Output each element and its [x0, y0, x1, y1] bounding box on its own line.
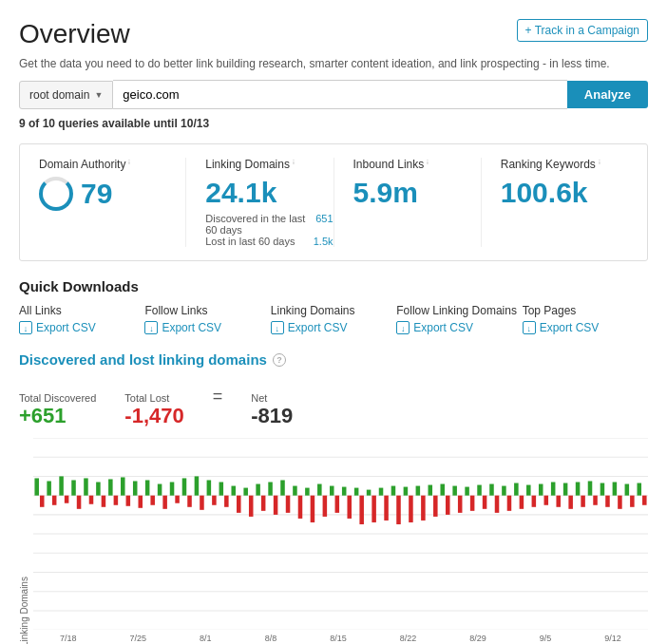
- svg-rect-79: [384, 496, 389, 521]
- svg-rect-66: [305, 488, 310, 496]
- svg-rect-80: [391, 486, 396, 496]
- chart-area: 6040200-20-40-60-80-100-120-140 7/187/25…: [33, 438, 648, 644]
- svg-rect-91: [458, 496, 463, 513]
- svg-rect-117: [618, 496, 622, 509]
- chart-title: Discovered and lost linking domains: [19, 351, 267, 368]
- download-label: Top Pages: [523, 304, 648, 317]
- svg-rect-120: [637, 483, 641, 496]
- svg-rect-30: [84, 478, 88, 495]
- download-item: Follow Linking Domains ↓ Export CSV: [396, 304, 522, 334]
- svg-rect-31: [89, 496, 94, 504]
- download-label: Linking Domains: [271, 304, 396, 317]
- x-axis-label: 8/8: [265, 634, 277, 643]
- download-icon: ↓: [523, 321, 536, 334]
- download-label: All Links: [19, 304, 144, 317]
- x-axis-label: 9/5: [540, 634, 552, 643]
- linking-domains-sub2-label: Lost in last 60 days: [205, 236, 295, 247]
- svg-rect-106: [551, 483, 556, 496]
- svg-rect-116: [613, 483, 618, 496]
- svg-rect-111: [581, 496, 585, 507]
- chart-container: Linking Domains 6040200-20-40-60-80-100-…: [19, 438, 648, 644]
- svg-rect-34: [108, 479, 113, 495]
- linking-domains-info-icon[interactable]: ⁱ: [293, 159, 295, 171]
- svg-rect-33: [102, 496, 106, 507]
- svg-rect-47: [187, 496, 192, 507]
- domain-authority-info-icon[interactable]: ⁱ: [128, 159, 130, 171]
- domain-type-dropdown[interactable]: root domain ▼: [19, 81, 113, 109]
- export-label: Export CSV: [288, 321, 348, 334]
- svg-rect-45: [175, 496, 180, 503]
- domain-authority-label: Domain Authority: [39, 158, 125, 171]
- svg-rect-53: [224, 496, 229, 507]
- download-item: Top Pages ↓ Export CSV: [523, 304, 648, 334]
- svg-rect-100: [514, 483, 519, 496]
- total-discovered-value: +651: [19, 404, 96, 428]
- svg-rect-26: [59, 476, 64, 495]
- track-campaign-link[interactable]: Track in a Campaign: [517, 19, 648, 42]
- linking-domains-sub1-value: 651: [315, 213, 333, 236]
- svg-rect-50: [207, 480, 212, 495]
- svg-rect-114: [600, 483, 605, 496]
- domain-authority-value: 79: [81, 178, 112, 210]
- export-csv-link[interactable]: ↓ Export CSV: [271, 321, 396, 334]
- chart-svg: 6040200-20-40-60-80-100-120-140: [33, 438, 648, 630]
- svg-rect-41: [150, 496, 155, 505]
- svg-rect-36: [121, 477, 125, 495]
- equals-sign: =: [213, 373, 223, 407]
- export-csv-link[interactable]: ↓ Export CSV: [396, 321, 522, 334]
- x-axis-label: 7/18: [60, 634, 77, 643]
- svg-rect-88: [440, 484, 445, 496]
- ranking-keywords-info-icon[interactable]: ⁱ: [599, 159, 600, 171]
- svg-rect-94: [477, 485, 482, 496]
- svg-rect-89: [446, 496, 450, 515]
- svg-rect-60: [268, 483, 273, 496]
- download-icon: ↓: [144, 321, 158, 334]
- total-lost-stat: Total Lost -1,470: [124, 392, 183, 428]
- download-label: Follow Links: [144, 304, 270, 317]
- export-csv-link[interactable]: ↓ Export CSV: [523, 321, 648, 334]
- x-axis: 7/187/258/18/88/158/228/299/59/12: [33, 630, 648, 644]
- svg-rect-112: [588, 481, 593, 495]
- export-csv-link[interactable]: ↓ Export CSV: [19, 321, 144, 334]
- svg-rect-73: [347, 496, 352, 519]
- total-discovered-stat: Total Discovered +651: [19, 392, 96, 428]
- queries-info: 9 of 10 queries available until 10/13: [19, 117, 648, 130]
- svg-rect-63: [286, 496, 291, 513]
- svg-rect-64: [293, 486, 297, 496]
- svg-rect-57: [249, 496, 254, 517]
- y-axis-label: Linking Domains: [19, 438, 29, 644]
- svg-rect-38: [133, 481, 138, 495]
- svg-rect-93: [470, 496, 475, 511]
- ranking-keywords-metric: Ranking Keywords ⁱ 100.6k: [481, 158, 628, 247]
- page-title: Overview: [19, 19, 130, 49]
- svg-rect-110: [576, 483, 581, 496]
- chart-help-icon[interactable]: ?: [273, 353, 286, 367]
- svg-rect-71: [335, 496, 340, 513]
- download-item: Follow Links ↓ Export CSV: [144, 304, 270, 334]
- downloads-row: All Links ↓ Export CSV Follow Links ↓ Ex…: [19, 304, 648, 334]
- export-csv-link[interactable]: ↓ Export CSV: [144, 321, 270, 334]
- download-icon: ↓: [19, 321, 32, 334]
- inbound-links-info-icon[interactable]: ⁱ: [427, 159, 429, 171]
- svg-rect-55: [237, 496, 241, 513]
- x-axis-label: 8/29: [469, 634, 486, 643]
- svg-rect-70: [330, 486, 334, 496]
- svg-rect-97: [495, 496, 500, 513]
- svg-rect-48: [195, 476, 200, 495]
- svg-rect-62: [280, 480, 285, 495]
- domain-input[interactable]: [113, 80, 567, 109]
- svg-rect-29: [77, 496, 82, 509]
- quick-downloads-title: Quick Downloads: [19, 278, 648, 294]
- linking-domains-metric: Linking Domains ⁱ 24.1k Discovered in th…: [185, 158, 333, 247]
- svg-rect-59: [261, 496, 266, 511]
- linking-domains-sub1-label: Discovered in the last 60 days: [205, 213, 308, 236]
- svg-rect-115: [605, 496, 610, 507]
- analyze-button[interactable]: Analyze: [567, 81, 648, 108]
- export-label: Export CSV: [36, 321, 96, 334]
- svg-rect-52: [219, 483, 224, 496]
- svg-rect-99: [507, 496, 512, 511]
- svg-rect-85: [421, 496, 426, 521]
- ranking-keywords-label: Ranking Keywords: [501, 158, 596, 171]
- download-item: All Links ↓ Export CSV: [19, 304, 144, 334]
- svg-rect-121: [642, 496, 647, 505]
